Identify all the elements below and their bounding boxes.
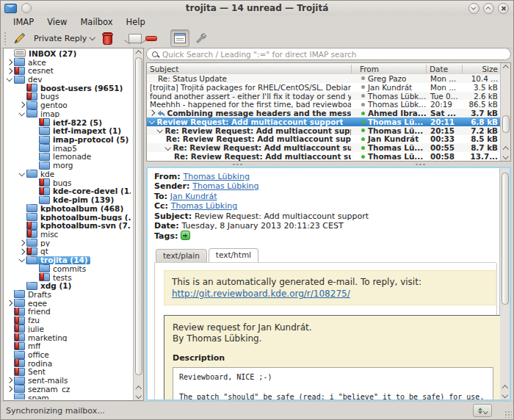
message-row[interactable]: found another assert - either I'll fix i… <box>147 92 501 101</box>
sidebar-item-drafts[interactable]: Drafts <box>4 290 133 299</box>
layout-toggle-button[interactable] <box>170 29 189 47</box>
message-row[interactable]: Combining message headers and the messag… <box>147 109 501 117</box>
header-value-link[interactable]: Jan Kundrát <box>170 192 217 201</box>
expand-icon[interactable] <box>7 59 12 65</box>
sidebar-item-cesnet[interactable]: cesnet <box>4 66 133 75</box>
collapse-icon[interactable] <box>165 144 171 150</box>
sidebar-item-ietf-imapext-1-[interactable]: ietf-imapext (1) <box>4 126 133 135</box>
sidebar-item-lemonade[interactable]: lemonade <box>4 153 133 162</box>
sidebar-item-kphotoalbum-svn-7-[interactable]: kphotoalbum-svn (7... <box>4 221 133 230</box>
sidebar-item-sent[interactable]: Sent <box>4 368 133 377</box>
sidebar-item-office[interactable]: office <box>4 350 133 359</box>
collapse-icon[interactable] <box>7 76 12 82</box>
sidebar-item-fzu[interactable]: fzu <box>4 316 133 325</box>
column-date[interactable]: Date <box>427 65 463 73</box>
scroll-up-icon[interactable] <box>134 384 143 392</box>
collapse-icon[interactable] <box>157 127 163 133</box>
sidebar-item-kde-core-devel-1-[interactable]: kde-core-devel (1... <box>4 187 133 196</box>
menu-item-imap[interactable]: IMAP <box>7 17 40 27</box>
network-activity-button[interactable] <box>473 404 492 417</box>
scroll-up-icon[interactable] <box>501 145 510 153</box>
window-menu-button[interactable] <box>21 3 32 13</box>
sidebar-item-mff[interactable]: mff <box>4 341 133 350</box>
remove-button[interactable] <box>145 36 157 41</box>
sidebar-scroll-thumb[interactable] <box>135 57 142 375</box>
sidebar-item-imap[interactable]: imap <box>4 109 133 118</box>
sidebar-item-seznam-cz[interactable]: seznam_cz <box>4 385 133 394</box>
sidebar-item-kde-pim-139-[interactable]: kde-pim (139) <box>4 195 133 204</box>
settings-wrench-icon[interactable] <box>195 32 206 44</box>
sidebar-item-akce[interactable]: akce <box>4 58 133 67</box>
expand-icon[interactable] <box>7 300 12 306</box>
sidebar-item-kphotoalbum-bugs-[interactable]: kphotoalbum-bugs (... <box>4 213 133 222</box>
search-input[interactable] <box>162 50 505 59</box>
sidebar-item-misc[interactable]: misc <box>4 230 133 239</box>
sidebar-item-rodina[interactable]: rodina <box>4 359 133 368</box>
expand-icon[interactable] <box>19 240 25 246</box>
scroll-up-icon[interactable] <box>500 383 510 391</box>
minimize-button[interactable] <box>468 3 479 14</box>
collapse-icon[interactable] <box>19 110 25 116</box>
expand-icon[interactable] <box>19 249 25 255</box>
expand-icon[interactable] <box>19 102 25 108</box>
sidebar-item-xdg-1-[interactable]: xdg (1) <box>4 281 133 290</box>
sidebar-item-kde[interactable]: kde <box>4 170 133 178</box>
scroll-up-icon[interactable] <box>501 63 510 71</box>
scroll-down-icon[interactable] <box>500 391 510 399</box>
message-list-scroll-thumb[interactable] <box>502 115 510 133</box>
sidebar-item-tests[interactable]: tests <box>4 273 133 282</box>
sidebar-item-commits[interactable]: commits <box>4 264 133 273</box>
splitter-handle[interactable] <box>146 162 511 167</box>
sidebar-item-morg[interactable]: morg <box>4 161 133 170</box>
tab-text-html[interactable]: text/html <box>209 248 258 262</box>
sidebar-item-spam[interactable]: spam <box>4 394 133 399</box>
sidebar-item-gentoo[interactable]: gentoo <box>4 101 133 109</box>
message-row[interactable]: Re: Review Request: Add multiaccount sup… <box>147 143 501 152</box>
private-reply-dropdown[interactable]: Private Reply <box>31 33 98 44</box>
sidebar-scrollbar[interactable] <box>133 48 143 400</box>
expand-icon[interactable] <box>7 386 12 392</box>
sidebar-item-marketing[interactable]: marketing <box>4 333 133 342</box>
reviewboard-link[interactable]: http://git.reviewboard.kde.org/r/108275/ <box>172 289 350 299</box>
compose-icon[interactable] <box>13 32 26 45</box>
message-row[interactable]: Re: Review Request: Add multiaccount su.… <box>147 152 501 161</box>
menu-item-mailbox[interactable]: Mailbox <box>73 17 119 27</box>
maximize-button[interactable] <box>483 3 494 14</box>
sidebar-item-dev[interactable]: dev <box>4 75 133 84</box>
message-row[interactable]: Re: Review Request: Add multiaccount sup… <box>147 135 501 144</box>
collapse-icon[interactable] <box>149 118 155 124</box>
sidebar-item-imap-protocol-5-[interactable]: imap-protocol (5) <box>4 135 133 144</box>
viewer-scrollbar[interactable] <box>499 168 510 399</box>
column-from[interactable]: From <box>357 65 427 73</box>
collapse-icon[interactable] <box>19 170 25 176</box>
column-subject[interactable]: Subject <box>147 65 352 73</box>
sidebar-item-julie[interactable]: julie <box>4 325 133 333</box>
menu-item-help[interactable]: Help <box>120 17 152 27</box>
sidebar-item-qt[interactable]: qt <box>4 247 133 256</box>
column-size[interactable]: Size <box>463 65 501 73</box>
sidebar-item-bugs[interactable]: bugs <box>4 178 133 187</box>
sidebar-item-egee[interactable]: egee <box>4 299 133 308</box>
sidebar-item-bugs[interactable]: bugs <box>4 93 133 101</box>
sidebar-item-inbox-27-[interactable]: INBOX (27) <box>4 49 133 58</box>
scroll-up-icon[interactable] <box>134 48 143 57</box>
expand-icon[interactable] <box>7 377 12 383</box>
sidebar-item-trojita-14-[interactable]: trojita (14) <box>4 256 133 264</box>
sidebar-item-kphotoalbum-468-[interactable]: kphotoalbum (468) <box>4 204 133 213</box>
scroll-down-icon[interactable] <box>134 392 143 400</box>
sidebar-item-friend[interactable]: friend <box>4 308 133 316</box>
header-value-link[interactable]: Thomas Lübking <box>183 172 249 181</box>
menu-item-view[interactable]: View <box>40 17 73 27</box>
expand-icon[interactable] <box>7 68 12 73</box>
message-row[interactable]: Re: Review Request: Add multiaccount sup… <box>147 126 501 135</box>
sidebar-item-py[interactable]: py <box>4 239 133 247</box>
delete-message-button[interactable] <box>103 32 112 45</box>
viewer-scroll-thumb[interactable] <box>502 173 509 305</box>
sidebar-item-imap5[interactable]: imap5 <box>4 144 133 153</box>
sidebar-item-ietf-822-5-[interactable]: ietf-822 (5) <box>4 118 133 127</box>
message-row[interactable]: Review Request: Add multiaccount support… <box>147 117 501 126</box>
expand-icon[interactable] <box>149 110 155 116</box>
close-button[interactable] <box>498 3 509 14</box>
resize-grip[interactable] <box>504 410 512 418</box>
collapse-icon[interactable] <box>19 256 25 262</box>
